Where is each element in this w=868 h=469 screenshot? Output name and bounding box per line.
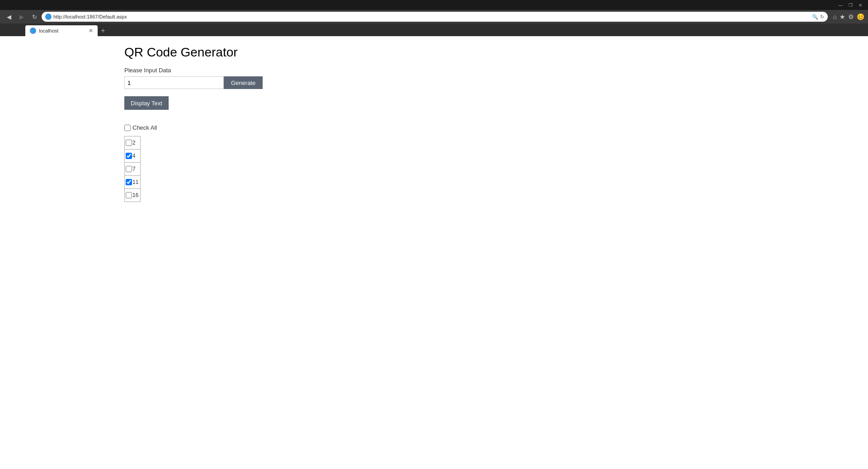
checkbox-16-label: 16 (132, 192, 138, 198)
check-all-label: Check All (132, 124, 157, 131)
checkbox-2-label: 2 (132, 140, 136, 146)
new-tab-button[interactable]: + (98, 26, 108, 35)
tab-close-icon[interactable]: ✕ (89, 28, 93, 34)
close-button[interactable]: ✕ (855, 1, 865, 9)
input-label: Please Input Data (124, 67, 744, 74)
address-bar[interactable]: 🌐 http://localhost:1867/Default.aspx 🔍 ↻ (42, 12, 828, 22)
generate-button[interactable]: Generate (224, 76, 263, 89)
data-input[interactable] (124, 76, 224, 89)
settings-icon[interactable]: ⚙ (848, 13, 854, 20)
checkbox-11[interactable] (126, 179, 132, 185)
window-controls: — ❐ ✕ (835, 1, 865, 9)
checkbox-2[interactable] (126, 140, 132, 146)
tabs-bar: 🌐 localhost ✕ + (0, 23, 868, 36)
check-all-checkbox[interactable] (124, 125, 131, 131)
user-icon[interactable]: 😊 (857, 13, 864, 20)
home-icon[interactable]: ⌂ (833, 13, 837, 20)
page-content: QR Code Generator Please Input Data Gene… (0, 36, 868, 469)
address-favicon-icon: 🌐 (45, 14, 52, 20)
browser-window: — ❐ ✕ ◀ ▶ ↻ 🌐 http://localhost:1867/Defa… (0, 0, 868, 469)
checkbox-11-label: 11 (132, 179, 138, 185)
checkbox-7[interactable] (126, 166, 132, 172)
list-item: 4 (124, 149, 141, 163)
page-title: QR Code Generator (124, 45, 744, 60)
checkbox-7-label: 7 (132, 166, 136, 172)
nav-bar: ◀ ▶ ↻ 🌐 http://localhost:1867/Default.as… (0, 10, 868, 23)
list-item: 7 (124, 162, 141, 176)
list-item: 11 (124, 175, 141, 189)
check-all-container: Check All (124, 124, 744, 131)
browser-right-icons: ⌂ ★ ⚙ 😊 (833, 13, 864, 20)
tab-favicon-icon: 🌐 (30, 28, 36, 34)
refresh-addr-icon[interactable]: ↻ (820, 14, 824, 20)
back-button[interactable]: ◀ (4, 12, 14, 22)
forward-button[interactable]: ▶ (16, 12, 27, 22)
list-item: 16 (124, 188, 141, 202)
minimize-button[interactable]: — (835, 1, 845, 9)
checkbox-4[interactable] (126, 153, 132, 159)
checkbox-16[interactable] (126, 192, 132, 198)
address-text: http://localhost:1867/Default.aspx (53, 14, 810, 19)
input-row: Generate (124, 76, 744, 89)
tab-title: localhost (39, 28, 58, 33)
checkbox-list: 2 4 7 11 16 (124, 136, 744, 202)
favorites-icon[interactable]: ★ (840, 13, 845, 20)
active-tab[interactable]: 🌐 localhost ✕ (25, 25, 98, 36)
search-icon[interactable]: 🔍 (812, 14, 818, 20)
restore-button[interactable]: ❐ (845, 1, 855, 9)
list-item: 2 (124, 136, 141, 150)
title-bar: — ❐ ✕ (0, 0, 868, 10)
refresh-button[interactable]: ↻ (29, 12, 40, 22)
checkbox-4-label: 4 (132, 153, 136, 159)
display-text-button[interactable]: Display Text (124, 96, 169, 110)
